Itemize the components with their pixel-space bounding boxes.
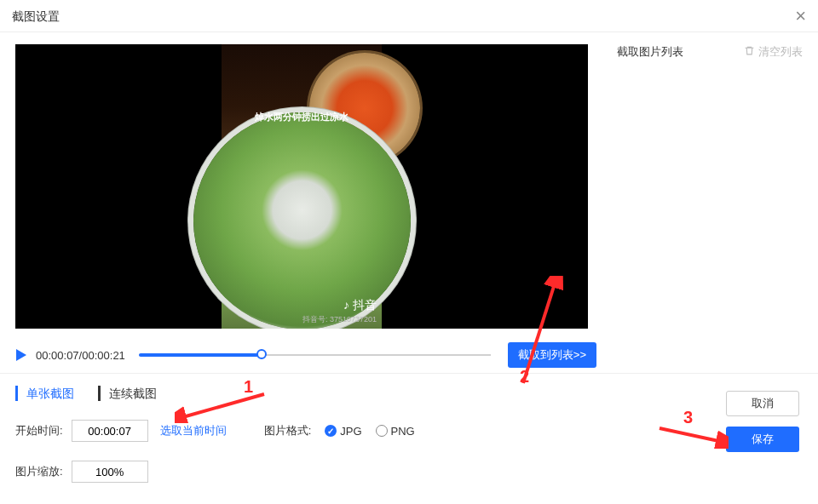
cancel-button[interactable]: 取消 xyxy=(726,391,799,416)
dialog-title: 截图设置 xyxy=(12,0,60,32)
video-caption: 焯水两分钟捞出过凉水 xyxy=(222,111,382,123)
screenshot-settings-dialog: 截图设置 × 焯水两分钟捞出过凉水 ♪ 抖音 抖音号: 37510737201 xyxy=(0,0,818,504)
radio-unchecked-icon xyxy=(376,425,388,437)
radio-checked-icon xyxy=(325,425,337,437)
format-jpg-radio[interactable]: JPG xyxy=(325,425,361,438)
slider-thumb[interactable] xyxy=(256,349,267,359)
close-icon[interactable]: × xyxy=(795,0,806,32)
zoom-input[interactable] xyxy=(72,461,148,483)
play-icon[interactable] xyxy=(15,348,27,362)
douyin-icon: ♪ xyxy=(343,298,349,312)
video-preview: 焯水两分钟捞出过凉水 ♪ 抖音 抖音号: 37510737201 xyxy=(15,44,588,329)
format-png-radio[interactable]: PNG xyxy=(376,425,415,438)
save-button[interactable]: 保存 xyxy=(726,427,799,452)
tab-continuous-capture[interactable]: 连续截图 xyxy=(98,386,157,401)
video-watermark: ♪ 抖音 xyxy=(343,298,377,313)
zoom-label: 图片缩放: xyxy=(15,464,63,479)
titlebar: 截图设置 × xyxy=(0,0,818,32)
playback-slider[interactable] xyxy=(139,352,491,358)
pick-current-time-link[interactable]: 选取当前时间 xyxy=(157,423,230,438)
trash-icon xyxy=(744,45,755,59)
start-time-input[interactable] xyxy=(72,420,148,442)
playback-time: 00:00:07/00:00:21 xyxy=(36,349,125,362)
video-watermark-id: 抖音号: 37510737201 xyxy=(302,314,377,325)
tab-single-capture[interactable]: 单张截图 xyxy=(15,386,74,401)
image-format-label: 图片格式: xyxy=(264,423,312,438)
start-time-label: 开始时间: xyxy=(15,423,63,438)
clear-list-button[interactable]: 清空列表 xyxy=(744,44,803,60)
capture-to-list-button[interactable]: 截取到列表>> xyxy=(508,342,596,368)
captured-list-title: 截取图片列表 xyxy=(617,44,683,60)
video-content-bowl xyxy=(193,112,411,329)
